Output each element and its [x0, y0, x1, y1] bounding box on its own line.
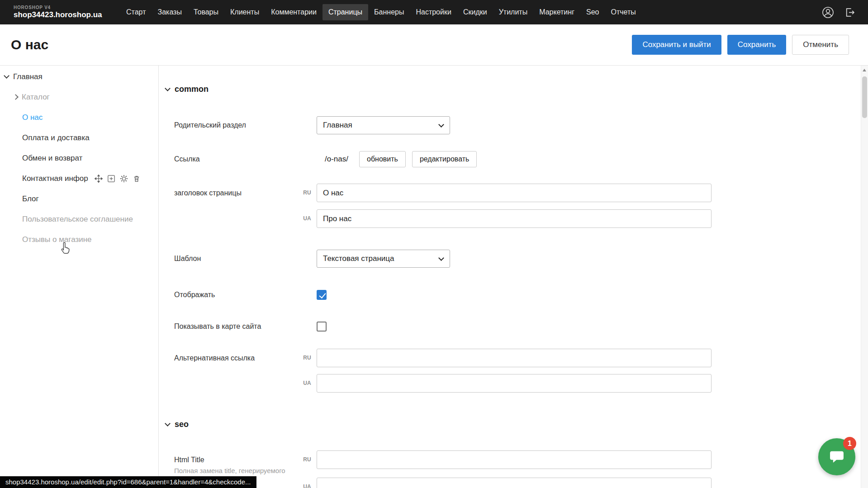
logout-icon[interactable]	[844, 7, 855, 18]
scrollbar-thumb[interactable]	[862, 76, 867, 118]
main-menu: Старт Заказы Товары Клиенты Комментарии …	[120, 4, 642, 20]
lang-badge-ru: RU	[300, 456, 314, 463]
tree-item-label: Оплата и доставка	[22, 133, 90, 142]
lang-badge-ua: UA	[300, 483, 314, 488]
template-select[interactable]: Текстовая страница	[317, 250, 450, 268]
nav-comments[interactable]: Комментарии	[265, 4, 323, 20]
chevron-down-icon	[165, 421, 171, 426]
sidebar-item-polzovatelskoe[interactable]: Пользовательское соглашение	[0, 209, 158, 229]
nav-discounts[interactable]: Скидки	[457, 4, 493, 20]
lang-badge-ua: UA	[300, 380, 314, 386]
chevron-down-icon	[438, 122, 444, 128]
tree-item-label: Отзывы о магазине	[22, 235, 92, 244]
tree-item-label: О нас	[22, 113, 43, 122]
select-value: Главная	[323, 121, 352, 130]
refresh-link-button[interactable]: обновить	[359, 151, 406, 167]
sidebar-item-obmen-vozvrat[interactable]: Обмен и возврат	[0, 148, 158, 168]
tree-item-label: Каталог	[22, 93, 50, 102]
sidebar-item-otzyvy[interactable]: Отзывы о магазине	[0, 229, 158, 250]
section-title: seo	[175, 420, 189, 429]
sidebar-item-kontaktnaya-info[interactable]: Контактная инфор	[0, 168, 158, 189]
nav-marketing[interactable]: Маркетинг	[533, 4, 580, 20]
cancel-button[interactable]: Отменить	[792, 35, 849, 55]
nav-products[interactable]: Товары	[188, 4, 224, 20]
sitemap-label: Показывать в карте сайта	[174, 322, 261, 332]
save-and-exit-button[interactable]: Сохранить и выйти	[632, 35, 721, 55]
nav-seo[interactable]: Seo	[580, 4, 605, 20]
parent-section-label: Родительский раздел	[174, 116, 246, 134]
pages-tree-sidebar: Главная Каталог О нас Оплата и доставка …	[0, 66, 159, 488]
tree-item-label: Контактная инфор	[22, 174, 88, 183]
edit-link-button[interactable]: редактировать	[412, 151, 477, 167]
chevron-down-icon	[438, 255, 444, 261]
page-url-path: /o-nas/	[325, 155, 348, 164]
sidebar-item-blog[interactable]: Блог	[0, 189, 158, 209]
app-logo[interactable]: HOROSHOP V4 shop34423.horoshop.ua	[0, 5, 120, 19]
sitemap-checkbox[interactable]	[317, 322, 327, 332]
add-page-icon[interactable]	[107, 175, 115, 183]
save-button[interactable]: Сохранить	[727, 35, 786, 55]
sidebar-item-oplata-dostavka[interactable]: Оплата и доставка	[0, 128, 158, 148]
chat-unread-badge: 1	[843, 437, 856, 450]
nav-clients[interactable]: Клиенты	[224, 4, 265, 20]
tree-item-label: Главная	[13, 72, 43, 81]
nav-orders[interactable]: Заказы	[152, 4, 187, 20]
chevron-down-icon	[4, 73, 9, 79]
nav-start[interactable]: Старт	[120, 4, 152, 20]
html-title-ru-input[interactable]	[317, 450, 711, 469]
lang-badge-ru: RU	[300, 355, 314, 361]
display-label: Отображать	[174, 290, 215, 300]
sidebar-item-katalog[interactable]: Каталог	[0, 87, 158, 107]
lang-badge-ru: RU	[300, 190, 314, 196]
alt-link-ua-input[interactable]	[317, 374, 711, 393]
html-title-hint: Полная замена title, генерируемого	[174, 466, 314, 475]
link-row: /o-nas/ обновить редактировать	[317, 151, 483, 167]
page-title: О нас	[11, 37, 48, 52]
lang-badge-ua: UA	[300, 215, 314, 222]
tree-item-actions	[95, 175, 141, 183]
status-url-tooltip: shop34423.horoshop.ua/edit/edit.php?id=6…	[0, 476, 256, 488]
nav-reports[interactable]: Отчеты	[605, 4, 641, 20]
chat-launcher-button[interactable]: 1	[818, 438, 855, 475]
tree-item-label: Пользовательское соглашение	[22, 215, 133, 224]
chevron-right-icon	[13, 94, 19, 100]
template-label: Шаблон	[174, 250, 201, 268]
scroll-up-arrow[interactable]	[863, 69, 866, 71]
display-checkbox[interactable]	[317, 290, 327, 300]
section-seo[interactable]: seo	[166, 417, 189, 431]
page-edit-form: common Родительский раздел Главная Ссылк…	[159, 66, 861, 488]
page-header: О нас Сохранить и выйти Сохранить Отмени…	[0, 24, 868, 66]
alt-link-ru-input[interactable]	[317, 349, 711, 367]
select-value: Текстовая страница	[323, 254, 394, 263]
sidebar-item-o-nas[interactable]: О нас	[0, 107, 158, 128]
tree-item-label: Блог	[22, 194, 39, 204]
vertical-scrollbar[interactable]	[861, 66, 868, 488]
user-circle-icon[interactable]	[822, 6, 834, 19]
nav-pages[interactable]: Страницы	[323, 4, 368, 20]
alt-link-label: Альтернативная ссылка	[174, 349, 255, 367]
tree-item-label: Обмен и возврат	[22, 154, 82, 163]
page-heading-label: заголовок страницы	[174, 184, 242, 202]
logo-domain: shop34423.horoshop.ua	[14, 10, 120, 19]
section-common[interactable]: common	[166, 82, 209, 96]
page-heading-ua-input[interactable]	[317, 209, 711, 228]
settings-gear-icon[interactable]	[120, 175, 128, 183]
trash-icon[interactable]	[133, 175, 141, 183]
page-heading-ru-input[interactable]	[317, 184, 711, 202]
drag-move-icon[interactable]	[95, 175, 103, 183]
top-navbar: HOROSHOP V4 shop34423.horoshop.ua Старт …	[0, 0, 868, 24]
header-actions: Сохранить и выйти Сохранить Отменить	[632, 35, 849, 55]
nav-utilities[interactable]: Утилиты	[493, 4, 534, 20]
nav-settings[interactable]: Настройки	[410, 4, 457, 20]
navbar-right	[822, 6, 868, 19]
html-title-ua-input[interactable]	[317, 478, 711, 488]
chat-bubble-icon	[828, 448, 845, 465]
section-title: common	[175, 85, 209, 94]
logo-version: HOROSHOP V4	[14, 5, 120, 10]
chevron-down-icon	[165, 85, 171, 91]
link-label: Ссылка	[174, 151, 200, 167]
parent-section-select[interactable]: Главная	[317, 116, 450, 134]
nav-banners[interactable]: Баннеры	[368, 4, 410, 20]
sidebar-item-glavnaya[interactable]: Главная	[0, 66, 158, 87]
